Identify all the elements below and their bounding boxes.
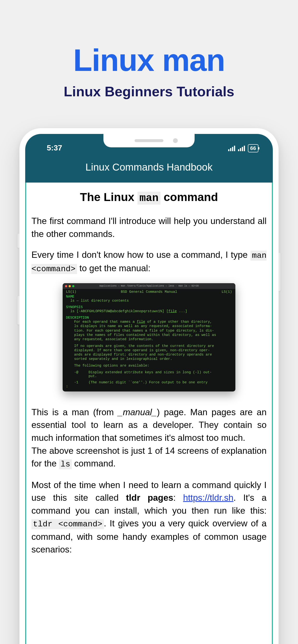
- d1file: file: [137, 320, 145, 324]
- p4-b: command.: [72, 458, 116, 468]
- paragraph-5: Most of the time when I need to learn a …: [32, 479, 266, 556]
- d1a: For each operand that names a: [74, 320, 137, 324]
- desc-line-10: The following options are available:: [63, 364, 235, 368]
- opt2-flag: -1: [74, 380, 89, 384]
- heading-text-suffix: command: [161, 191, 218, 204]
- pager-prompt: :: [63, 384, 235, 388]
- opt1-b: put.: [89, 374, 97, 378]
- promo-subtitle: Linux Beginners Tutorials: [0, 84, 298, 100]
- promo-title: Linux man: [0, 43, 298, 78]
- notch: [103, 134, 195, 147]
- desc-line-8: ands are displayed first; directory and …: [63, 352, 235, 357]
- synopsis-line: ls [-ABCFGHLOPRSTUW@abcdefghiklmnopqrstu…: [63, 309, 235, 314]
- man-hdr-center: BSD General Commands Manual: [107, 290, 191, 294]
- battery-indicator: 66: [248, 144, 258, 152]
- p3-a: This is a man (from: [32, 407, 118, 417]
- desc-line-3: tion. For each operand that names a file…: [63, 328, 235, 333]
- status-icons: 66: [228, 144, 258, 152]
- promo-header: Linux man Linux Beginners Tutorials: [0, 0, 298, 128]
- man-hdr-right: LS(1): [191, 290, 232, 294]
- signal-icon: [228, 146, 235, 151]
- heading-text-prefix: The Linux: [80, 191, 137, 204]
- section-name: NAME: [63, 294, 235, 298]
- p5-bold: tldr pages: [126, 493, 173, 503]
- status-time: 5:37: [40, 144, 62, 152]
- desc-line-5: any requested, associated information.: [63, 337, 235, 342]
- terminal-title: Applications — man /Users/flavio/Applica…: [63, 284, 235, 287]
- desc-line-6: If no operands are given, the contents o…: [63, 344, 235, 348]
- inline-code-ls: ls: [59, 459, 72, 469]
- p2-text-a: Every time I don't know how to use a com…: [32, 250, 250, 260]
- p2-text-b: to get the manual:: [77, 263, 151, 273]
- syn-a: ls [-ABCFGHLOPRSTUW@abcdefghiklmnopqrstu…: [70, 309, 169, 313]
- front-camera: [173, 138, 178, 143]
- tldr-link[interactable]: https://tldr.sh: [183, 493, 233, 503]
- speaker-grill: [135, 139, 163, 142]
- status-bar: 5:37 66: [25, 134, 273, 154]
- signal-icon-2: [238, 146, 245, 151]
- man-hdr-left: LS(1): [66, 290, 107, 294]
- p5-b: :: [173, 493, 183, 503]
- paragraph-1: The first command I'll introduce will he…: [32, 215, 266, 240]
- syn-b: ...]: [177, 309, 187, 313]
- article-heading: The Linux man command: [32, 190, 266, 215]
- heading-inline-code: man: [137, 192, 160, 204]
- opt1-a: Display extended attribute keys and size…: [89, 370, 212, 374]
- app-header-title: Linux Commands Handbook: [25, 154, 273, 182]
- section-description: DESCRIPTION: [63, 315, 235, 320]
- man-header-row: LS(1) BSD General Commands Manual LS(1): [63, 289, 235, 294]
- terminal-screenshot: Applications — man /Users/flavio/Applica…: [63, 283, 235, 392]
- phone-mockup: 5:37 66 Linux Commands Handbook The Linu…: [20, 128, 278, 644]
- option-1: -1 (The numeric digit ``one''.) Force ou…: [63, 380, 235, 384]
- section-synopsis: SYNOPSIS: [63, 304, 235, 309]
- p3-italic: _manual_: [118, 407, 157, 417]
- opt1-flag: -@: [74, 370, 89, 374]
- option-at: -@ Display extended attribute keys and s…: [63, 370, 235, 374]
- name-line: ls — list directory contents: [63, 298, 235, 303]
- d1b: of a type other than directory,: [145, 320, 212, 324]
- option-at-2: put.: [63, 374, 235, 378]
- terminal-titlebar: Applications — man /Users/flavio/Applica…: [63, 283, 235, 289]
- syn-file: file: [169, 309, 177, 313]
- paragraph-4: The above screenshot is just 1 of 14 scr…: [32, 444, 266, 470]
- inline-code-tldr: tldr <command>: [32, 519, 104, 529]
- opt2-text: (The numeric digit ``one''.) Force outpu…: [89, 380, 208, 384]
- desc-line-9: sorted separately and in lexicographical…: [63, 357, 235, 361]
- opt1-flag-spacer: [74, 374, 89, 378]
- desc-line-7: displayed. If more than one operand is g…: [63, 348, 235, 352]
- paragraph-3: This is a man (from _manual_) page. Man …: [32, 406, 266, 444]
- paragraph-2: Every time I don't know how to use a com…: [32, 248, 266, 275]
- desc-line-2: ls displays its name as well as any requ…: [63, 324, 235, 328]
- desc-line-1: For each operand that names a file of a …: [63, 320, 235, 324]
- article-content[interactable]: The Linux man command The first command …: [25, 182, 273, 644]
- desc-line-4: plays the names of files contained withi…: [63, 333, 235, 337]
